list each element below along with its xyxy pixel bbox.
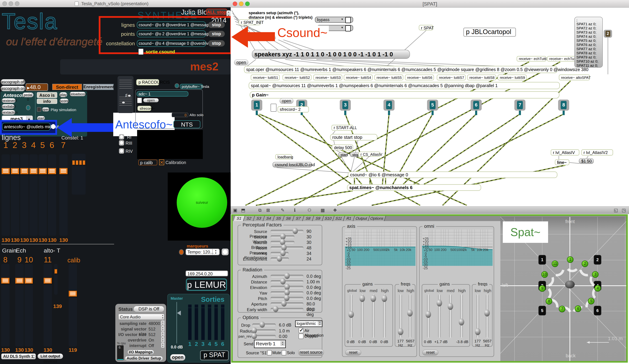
gain-fader[interactable] [449, 294, 452, 338]
gain-fader[interactable] [438, 294, 441, 338]
speakers-xyz-message[interactable]: speakers xyz -1 1 0 1 1 0 -1 0 0 1 0 0 -… [252, 50, 410, 59]
tesla-titlebar[interactable]: Tesla_Patch_vSolo (presentation) [0, 0, 231, 7]
receive-box[interactable]: receive~ tuttiS2 [283, 75, 312, 80]
tab-s2[interactable]: S2 [243, 216, 255, 221]
gain-meter[interactable]: 1 [251, 100, 262, 111]
receive-box[interactable]: receive~ tuttiS6 [405, 75, 434, 80]
pf-slider[interactable] [271, 230, 304, 233]
lock-icon[interactable]: ▣ [233, 208, 237, 213]
loadbang-box[interactable]: loadbang [275, 154, 292, 159]
air-absorption-checkbox[interactable]: ✓ [299, 328, 304, 333]
stop-button-points[interactable]: stop [208, 31, 225, 37]
list-output-devices-button[interactable]: List output devices [37, 354, 63, 359]
source-dot[interactable]: 5 [588, 298, 594, 304]
asco-is-off-button[interactable]: Asco is off [37, 92, 57, 98]
enregistrement-button[interactable]: Enregistrement [83, 84, 114, 90]
stepper-icon[interactable]: ▲▼ [161, 343, 164, 348]
receive-box[interactable]: receive~ tuttiS4 [344, 75, 373, 80]
p-jblocartopol-box[interactable]: p JBLOcartopol [463, 28, 516, 37]
gain-fader[interactable] [372, 294, 375, 338]
spat-titlebar[interactable]: [SPAT] [231, 0, 629, 7]
receive-box[interactable]: receive~ tuttiS8 [467, 75, 496, 80]
slider-handle[interactable] [54, 269, 57, 274]
gain-meter[interactable]: 7 [514, 100, 525, 111]
tab-s7[interactable]: S7 [293, 216, 304, 221]
sfrecord-box[interactable]: sfrecord~ [138, 106, 151, 111]
p-spat-box[interactable]: p SPAT [200, 350, 229, 360]
stepper-icon[interactable]: ▲▼ [161, 320, 164, 326]
rad-slider[interactable] [271, 302, 304, 305]
status-row-value[interactable]: 512 [149, 327, 156, 332]
audio-driver-setup-button[interactable]: Audio Driver Setup [125, 356, 163, 361]
tab-s6[interactable]: S6 [283, 216, 295, 221]
marker-toggle[interactable] [222, 248, 229, 255]
msg-1-50[interactable]: $1 50 [579, 158, 594, 164]
pf-slider[interactable] [271, 252, 289, 254]
minimize-icon[interactable] [9, 1, 13, 6]
r-lvl-atlasiv-box[interactable]: r lvl_AtlasIV [551, 149, 579, 156]
ligne-slider[interactable] [48, 154, 56, 236]
receive-echtutti1-box[interactable]: receive~ echTutti1 [517, 56, 546, 62]
r-start-all-box[interactable]: r START-ALL [331, 125, 353, 131]
stepper-icon[interactable]: ▲▼ [161, 332, 164, 337]
mini-slider-handle[interactable] [79, 160, 82, 165]
speaker-map[interactable]: front back left 1.01 m Spat~ 1 2 3 4 5 6 [500, 217, 626, 361]
grain-slider[interactable] [1, 264, 9, 347]
r-lvl-atlasiv2-box[interactable]: r lvl_AtlasIV2 [581, 149, 613, 156]
master-slider[interactable] [176, 302, 177, 344]
reloadscore-button[interactable]: reloadscore [70, 92, 86, 96]
score-button[interactable]: score [60, 99, 69, 103]
polybuffer-box[interactable]: polybuffer~ Tesla [180, 84, 203, 89]
tab-r1[interactable]: R1 [343, 216, 355, 221]
grid-icon[interactable]: ▦ [320, 208, 325, 213]
rad-slider[interactable] [271, 297, 304, 300]
tab-s8[interactable]: S8 [303, 216, 314, 221]
status-row-value[interactable]: On [149, 338, 154, 343]
source-dot[interactable]: 10 [541, 271, 548, 278]
mute-checkbox[interactable] [267, 350, 272, 355]
source-dot[interactable]: 2 [582, 260, 588, 267]
open-record-button[interactable]: open [280, 98, 293, 104]
nextlabel-button[interactable]: nextlabel [2, 104, 14, 109]
window-full-icon[interactable]: ◳ [622, 208, 626, 213]
slider-handle[interactable] [15, 278, 24, 284]
r-spat-init-box[interactable]: r SPAT_INIT [239, 19, 261, 25]
spat-oper-box[interactable]: spat.oper @numsources 11 @numreverbs 1 @… [244, 66, 558, 73]
driver-dropdown[interactable]: Core Audio ▲▼ [118, 314, 164, 320]
mini-slider-handle[interactable] [76, 160, 78, 165]
slider-handle[interactable] [11, 168, 19, 174]
r-spat-box[interactable]: r SPAT [419, 25, 433, 30]
mini-slider-handle[interactable] [83, 160, 85, 165]
source-dot[interactable]: 9 [539, 285, 545, 292]
tempo-marker-dropdown[interactable]: Tempo: 120... ▲▼ [185, 248, 220, 255]
close-icon[interactable] [2, 1, 7, 6]
radius-slider[interactable] [252, 329, 276, 332]
open-button[interactable]: open [170, 354, 185, 361]
duplicate-icon[interactable]: ⧉ [258, 208, 262, 213]
slider-handle[interactable] [48, 168, 56, 174]
stop-button-constellation[interactable]: stop [208, 40, 225, 46]
receive-box[interactable]: receive~ tuttiS1 [251, 75, 280, 80]
gain-fader[interactable] [427, 294, 430, 338]
receive-altospat-box[interactable]: receive~ altoSPAT [559, 75, 590, 80]
ip-field[interactable]: 169.254.0.20 [185, 270, 228, 276]
tab-output[interactable]: Output [353, 216, 370, 221]
antescofo-led[interactable] [26, 105, 30, 110]
tempo-numberbox[interactable]: ▶48.0 [26, 83, 48, 91]
tab-s10[interactable]: S10 [322, 216, 334, 221]
mode-checkbox[interactable] [345, 25, 351, 31]
csound-box-points[interactable]: csound~ @o 2 @overdrive 1 @message 0 [137, 30, 206, 37]
riii-toggle[interactable] [119, 140, 124, 145]
sortie-csound-checkbox[interactable] [138, 49, 144, 55]
master-slider-handle[interactable] [177, 311, 181, 315]
antescofo-object-box[interactable]: antescofo~ @outlets midiout [2, 123, 50, 131]
p-calib-box[interactable]: p calib [138, 159, 157, 165]
omni-eq-graph[interactable] [422, 230, 492, 266]
scale-dropdown[interactable]: logarithmic ▲▼ [295, 320, 322, 327]
route-box[interactable]: route start stop [330, 134, 377, 140]
p-lemur-box[interactable]: p LEMUR [186, 278, 227, 291]
receive-echtutti2-box[interactable]: receive~ echTutti2 [547, 56, 577, 62]
tab-s5[interactable]: S5 [273, 216, 285, 221]
source-dot[interactable]: 1 [567, 256, 574, 263]
suiveur-indicator[interactable]: suiveur [177, 177, 227, 228]
